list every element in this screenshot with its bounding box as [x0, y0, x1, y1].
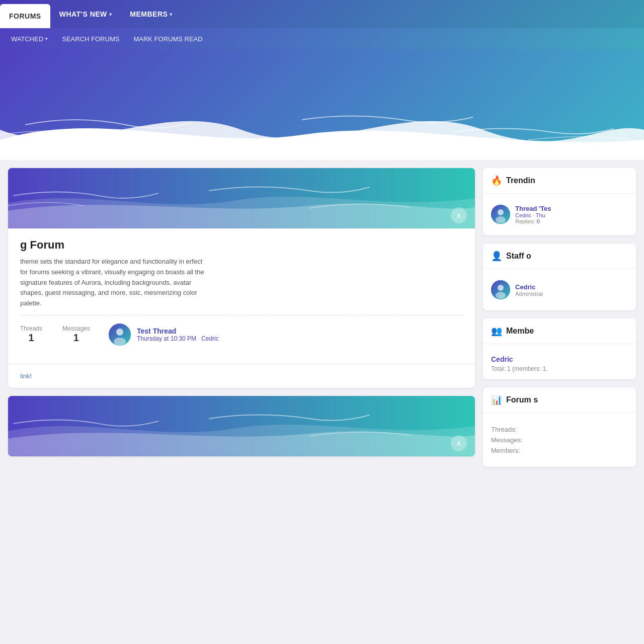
- forum-body-1: g Forum theme sets the standard for eleg…: [8, 228, 475, 364]
- sub-navigation: WATCHED ▾ SEARCH FORUMS MARK FORUMS READ: [0, 28, 644, 49]
- forum-section-header-2: ∧: [8, 396, 475, 456]
- chevron-down-icon: ▾: [170, 12, 173, 17]
- trending-time: Thu: [536, 212, 545, 218]
- staff-icon: 👤: [491, 251, 502, 262]
- link-section[interactable]: link!: [8, 364, 475, 388]
- last-post-info: Test Thread Thursday at 10:30 PM · Cedri…: [137, 327, 219, 342]
- staff-title: Staff o: [506, 252, 531, 261]
- link-text: link!: [20, 372, 32, 380]
- content-area: ∧ g Forum theme sets the standard for el…: [8, 160, 475, 475]
- members-title: Membe: [506, 327, 534, 336]
- sidebar-trending-body: Thread 'Tes Cedric · Thu Replies: 0: [483, 194, 636, 235]
- staff-item: Cedric Administrat: [491, 276, 628, 303]
- trending-info: Thread 'Tes Cedric · Thu Replies: 0: [515, 205, 551, 224]
- nav-members-label: MEMBERS: [130, 10, 168, 18]
- last-post-time: Thursday at 10:30 PM: [137, 335, 196, 342]
- svg-point-2: [116, 329, 123, 336]
- chevron-down-icon: ▾: [109, 12, 112, 17]
- sub-nav-mark-read[interactable]: MARK FORUMS READ: [126, 28, 209, 49]
- trending-title: Trendin: [506, 176, 535, 185]
- sidebar-members-body: Cedric Total: 1 (members: 1,: [483, 344, 636, 379]
- forum-stats-list: Threads: Messages: Members:: [491, 420, 628, 460]
- sidebar-staff-card: 👤 Staff o: [483, 244, 636, 310]
- sidebar-trending-card: 🔥 Trendin: [483, 168, 636, 235]
- main-layout: ∧ g Forum theme sets the standard for el…: [0, 160, 644, 487]
- threads-stat: Threads 1: [20, 325, 42, 344]
- forum-row-1: Threads 1 Messages 1: [20, 315, 463, 354]
- sub-nav-search-forums[interactable]: SEARCH FORUMS: [55, 28, 126, 49]
- staff-role: Administrat: [515, 291, 543, 297]
- trending-avatar: [491, 205, 510, 224]
- members-icon: 👥: [491, 326, 502, 337]
- nav-whats-new-label: WHAT'S NEW: [59, 10, 107, 18]
- nav-whats-new[interactable]: WHAT'S NEW ▾: [50, 0, 121, 28]
- stat-row-threads: Threads:: [491, 424, 628, 435]
- svg-point-10: [496, 292, 506, 299]
- messages-label: Messages: [62, 325, 90, 332]
- trending-thread-meta: Cedric · Thu Replies: 0: [515, 212, 551, 224]
- threads-label: Threads: [20, 325, 42, 332]
- nav-forums[interactable]: FORUMS: [0, 4, 50, 28]
- trending-author[interactable]: Cedric: [515, 212, 531, 218]
- sub-nav-watched[interactable]: WATCHED ▾: [4, 28, 55, 49]
- last-post-meta: Thursday at 10:30 PM · Cedric: [137, 335, 219, 342]
- chevron-down-icon: ▾: [45, 36, 48, 41]
- forum-stats-title: Forum s: [506, 395, 538, 405]
- staff-avatar: [491, 280, 510, 299]
- nav-members[interactable]: MEMBERS ▾: [121, 0, 182, 28]
- svg-point-6: [498, 209, 504, 215]
- sidebar-forum-stats-header: 📊 Forum s: [483, 387, 636, 413]
- forum-section-header-1: ∧: [8, 168, 475, 228]
- trending-thread-title[interactable]: Thread 'Tes: [515, 205, 551, 212]
- sidebar-members-card: 👥 Membe Cedric Total: 1 (members: 1,: [483, 318, 636, 379]
- collapse-section-2-button[interactable]: ∧: [451, 435, 467, 451]
- hero-banner: [0, 49, 644, 160]
- last-post-1: Test Thread Thursday at 10:30 PM · Cedri…: [109, 324, 219, 346]
- forum-title-1: g Forum: [20, 238, 463, 252]
- messages-stat: Messages 1: [62, 325, 90, 344]
- svg-point-7: [496, 216, 506, 223]
- sub-nav-watched-label: WATCHED: [11, 35, 43, 43]
- sidebar: 🔥 Trendin: [475, 160, 636, 475]
- sidebar-trending-header: 🔥 Trendin: [483, 168, 636, 194]
- stats-icon: 📊: [491, 394, 502, 406]
- trending-item: Thread 'Tes Cedric · Thu Replies: 0: [491, 201, 628, 228]
- last-post-thread-title[interactable]: Test Thread: [137, 327, 219, 335]
- collapse-section-1-button[interactable]: ∧: [451, 207, 467, 223]
- sub-nav-search-label: SEARCH FORUMS: [62, 35, 119, 43]
- sidebar-forum-stats-card: 📊 Forum s Threads: Messages: Members:: [483, 387, 636, 467]
- forum-section-2: ∧: [8, 396, 475, 456]
- forum-section-1: ∧ g Forum theme sets the standard for el…: [8, 168, 475, 388]
- svg-point-3: [114, 338, 126, 346]
- top-navigation: FORUMS WHAT'S NEW ▾ MEMBERS ▾: [0, 0, 644, 28]
- stats-messages-label: Messages:: [491, 436, 523, 444]
- forum-stats-1: Threads 1 Messages 1: [20, 325, 101, 344]
- trending-replies: 0: [537, 218, 540, 224]
- messages-value: 1: [62, 332, 90, 344]
- member-total: Total: 1 (members: 1,: [491, 365, 628, 372]
- last-post-avatar: [109, 324, 131, 346]
- stat-row-messages: Messages:: [491, 435, 628, 445]
- stats-members-label: Members:: [491, 447, 520, 454]
- sidebar-forum-stats-body: Threads: Messages: Members:: [483, 413, 636, 467]
- stats-threads-label: Threads:: [491, 426, 517, 433]
- forum-description-1: theme sets the standard for elegance and…: [20, 257, 211, 309]
- sidebar-staff-body: Cedric Administrat: [483, 269, 636, 310]
- svg-point-9: [498, 285, 504, 291]
- sidebar-staff-header: 👤 Staff o: [483, 244, 636, 269]
- sidebar-members-header: 👥 Membe: [483, 318, 636, 344]
- staff-name[interactable]: Cedric: [515, 283, 543, 291]
- member-name[interactable]: Cedric: [491, 351, 628, 365]
- stat-row-members: Members:: [491, 445, 628, 456]
- trending-icon: 🔥: [491, 175, 502, 186]
- nav-forums-label: FORUMS: [9, 12, 41, 20]
- staff-info: Cedric Administrat: [515, 283, 543, 297]
- last-post-author[interactable]: Cedric: [201, 335, 219, 342]
- threads-value: 1: [20, 332, 42, 344]
- sub-nav-mark-read-label: MARK FORUMS READ: [133, 35, 202, 43]
